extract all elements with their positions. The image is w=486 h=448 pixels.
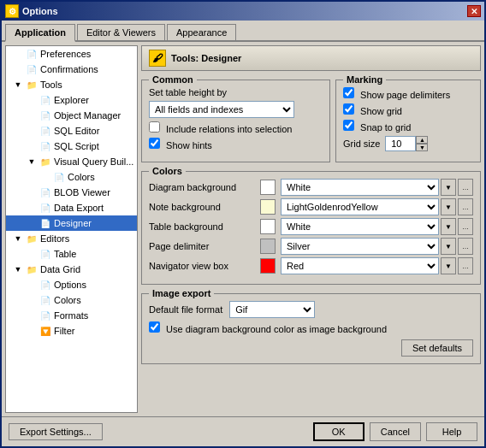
page-delim-select[interactable]: Silver bbox=[281, 238, 439, 255]
include-relations-label[interactable]: Include relations into selection bbox=[149, 121, 292, 134]
help-button[interactable]: Help bbox=[426, 422, 477, 441]
tree-item-confirmations[interactable]: 📄 Confirmations bbox=[6, 62, 137, 77]
tree-item-blob-viewer[interactable]: 📄 BLOB Viewer bbox=[6, 185, 137, 200]
table-bg-swatch bbox=[260, 219, 276, 234]
tree-label-confirmations: Confirmations bbox=[40, 64, 135, 74]
note-bg-picker[interactable]: … bbox=[458, 198, 473, 215]
explorer-icon: 📄 bbox=[39, 93, 52, 107]
cancel-button[interactable]: Cancel bbox=[370, 422, 421, 441]
tree-label-dg-colors: Colors bbox=[54, 295, 135, 305]
tree-item-dg-formats[interactable]: 📄 Formats bbox=[6, 308, 137, 323]
colors-group: Colors Diagram background White ▼ … Note… bbox=[141, 171, 481, 285]
set-defaults-button[interactable]: Set defaults bbox=[401, 339, 473, 357]
table-bg-picker[interactable]: … bbox=[458, 218, 473, 235]
tree-item-data-grid[interactable]: ▼ 📁 Data Grid bbox=[6, 262, 137, 277]
marking-label: Marking bbox=[343, 74, 386, 85]
dg-formats-icon: 📄 bbox=[39, 309, 52, 322]
grid-size-input[interactable] bbox=[385, 136, 416, 151]
tree-item-preferences[interactable]: 📄 Preferences bbox=[6, 46, 137, 62]
diagram-bg-dropdown[interactable]: ▼ bbox=[441, 179, 456, 196]
tab-appearance[interactable]: Appearance bbox=[167, 24, 236, 40]
tools-icon: 📁 bbox=[25, 78, 39, 91]
page-delim-label: Page delimiter bbox=[149, 241, 260, 251]
default-format-select[interactable]: GifPNGJPEGBMP bbox=[229, 301, 315, 318]
grid-size-up[interactable]: ▲ bbox=[416, 136, 428, 144]
page-delim-picker[interactable]: … bbox=[458, 238, 473, 255]
tree-item-dg-options[interactable]: 📄 Options bbox=[6, 277, 137, 292]
tree-item-sql-script[interactable]: 📄 SQL Script bbox=[6, 139, 137, 154]
show-grid-label[interactable]: Show grid bbox=[343, 103, 402, 116]
table-bg-dropdown[interactable]: ▼ bbox=[441, 218, 456, 235]
snap-to-grid-check[interactable] bbox=[343, 120, 354, 131]
table-height-row: Set table height by bbox=[149, 87, 323, 97]
diagram-bg-label: Diagram background bbox=[149, 182, 260, 192]
sql-editor-icon: 📄 bbox=[39, 124, 52, 138]
use-diagram-bg-row: Use diagram background color as image ba… bbox=[149, 321, 473, 334]
tab-editor-viewers[interactable]: Editor & Viewers bbox=[77, 24, 165, 40]
tree-item-designer[interactable]: 📄 Designer bbox=[6, 215, 137, 231]
grid-size-down[interactable]: ▼ bbox=[416, 144, 428, 151]
color-row-nav-viewbox: Navigator view box Red ▼ … bbox=[149, 257, 473, 274]
tree-item-object-manager[interactable]: 📄 Object Manager bbox=[6, 108, 137, 123]
tree-item-editors[interactable]: ▼ 📁 Editors bbox=[6, 231, 137, 246]
tree-item-table[interactable]: 📄 Table bbox=[6, 246, 137, 262]
options-window: ⚙ Options ✕ Application Editor & Viewers… bbox=[0, 0, 486, 448]
tree-item-tools[interactable]: ▼ 📁 Tools bbox=[6, 77, 137, 92]
tree-item-vq-colors[interactable]: 📄 Colors bbox=[6, 169, 137, 185]
main-content: 📄 Preferences 📄 Confirmations ▼ 📁 Tools bbox=[2, 42, 484, 416]
nav-viewbox-dropdown[interactable]: ▼ bbox=[441, 257, 456, 274]
show-page-delimiters-label[interactable]: Show page delimiters bbox=[343, 87, 450, 100]
show-grid-check[interactable] bbox=[343, 103, 354, 115]
tree-item-dg-colors[interactable]: 📄 Colors bbox=[6, 292, 137, 308]
tree-label-object-manager: Object Manager bbox=[54, 110, 135, 121]
tree-label-sql-script: SQL Script bbox=[54, 141, 135, 151]
table-bg-label: Table background bbox=[149, 221, 260, 232]
color-row-note-bg: Note background LightGoldenrodYellow ▼ … bbox=[149, 198, 473, 215]
tree-item-visual-query[interactable]: ▼ 📁 Visual Query Buil... bbox=[6, 154, 137, 169]
table-height-select[interactable]: All fields and indexes First 5 fields Fi… bbox=[149, 101, 294, 118]
show-hints-check[interactable] bbox=[149, 138, 160, 149]
nav-viewbox-picker[interactable]: … bbox=[458, 257, 473, 274]
confirmations-icon: 📄 bbox=[25, 62, 39, 76]
show-page-delimiters-check[interactable] bbox=[343, 87, 354, 98]
page-delim-dropdown[interactable]: ▼ bbox=[441, 238, 456, 255]
include-relations-check[interactable] bbox=[149, 121, 160, 133]
designer-icon: 📄 bbox=[39, 216, 52, 230]
tree-item-explorer[interactable]: 📄 Explorer bbox=[6, 92, 137, 108]
nav-viewbox-label: Navigator view box bbox=[149, 261, 260, 271]
tree-label-designer: Designer bbox=[54, 218, 135, 228]
table-height-select-row: All fields and indexes First 5 fields Fi… bbox=[149, 101, 323, 118]
tree-item-data-export[interactable]: 📄 Data Export bbox=[6, 200, 137, 215]
use-diagram-bg-check[interactable] bbox=[149, 321, 160, 333]
note-bg-dropdown[interactable]: ▼ bbox=[441, 198, 456, 215]
section-header: 🖌 Tools: Designer bbox=[141, 45, 481, 71]
footer: Export Settings... OK Cancel Help bbox=[2, 416, 484, 446]
diagram-bg-picker[interactable]: … bbox=[458, 179, 473, 196]
tree-label-data-grid: Data Grid bbox=[40, 264, 135, 274]
show-grid-row: Show grid bbox=[343, 103, 473, 116]
tree-label-editors: Editors bbox=[40, 233, 135, 244]
grid-size-row: Grid size ▲ ▼ bbox=[343, 136, 473, 151]
tab-application[interactable]: Application bbox=[5, 24, 75, 42]
ok-button[interactable]: OK bbox=[313, 422, 364, 441]
diagram-bg-select[interactable]: White bbox=[281, 179, 439, 196]
tab-bar: Application Editor & Viewers Appearance bbox=[2, 21, 484, 42]
blob-viewer-icon: 📄 bbox=[39, 186, 52, 199]
snap-to-grid-label[interactable]: Snap to grid bbox=[343, 120, 411, 133]
tree-item-sql-editor[interactable]: 📄 SQL Editor bbox=[6, 123, 137, 139]
tree-label-blob-viewer: BLOB Viewer bbox=[54, 187, 135, 197]
tree-item-dg-filter[interactable]: 🔽 Filter bbox=[6, 323, 137, 339]
nav-viewbox-select[interactable]: Red bbox=[281, 257, 439, 274]
close-button[interactable]: ✕ bbox=[467, 5, 481, 17]
color-row-page-delim: Page delimiter Silver ▼ … bbox=[149, 238, 473, 255]
color-row-table-bg: Table background White ▼ … bbox=[149, 218, 473, 235]
note-bg-select[interactable]: LightGoldenrodYellow bbox=[281, 198, 439, 215]
tree-label-dg-options: Options bbox=[54, 280, 135, 290]
table-bg-select[interactable]: White bbox=[281, 218, 439, 235]
show-hints-label[interactable]: Show hints bbox=[149, 138, 212, 150]
default-format-label: Default file format bbox=[149, 304, 222, 315]
use-diagram-bg-label[interactable]: Use diagram background color as image ba… bbox=[149, 321, 387, 334]
export-settings-button[interactable]: Export Settings... bbox=[9, 423, 103, 440]
tree-label-dg-filter: Filter bbox=[54, 326, 135, 336]
grid-size-label: Grid size bbox=[343, 139, 380, 149]
